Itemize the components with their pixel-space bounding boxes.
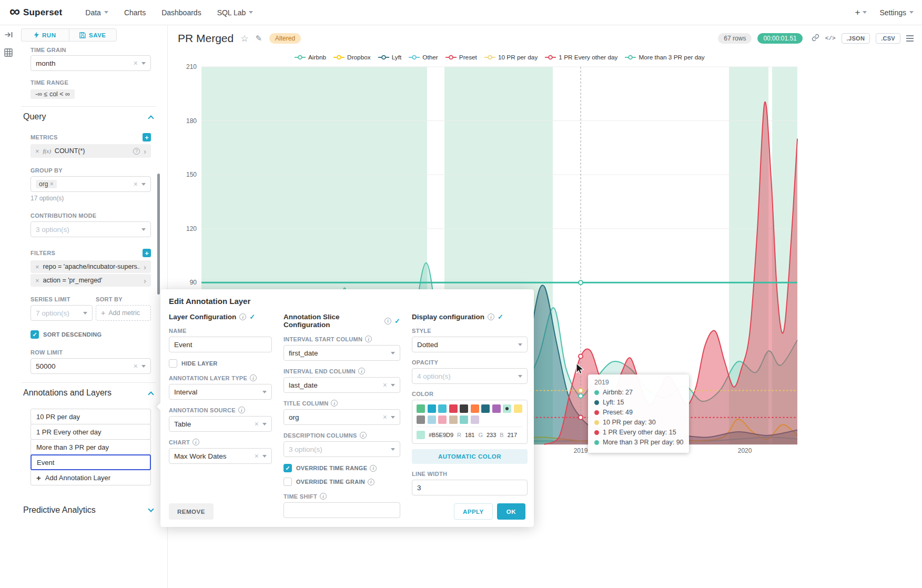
info-icon[interactable]: i [238,407,245,413]
color-swatch[interactable] [449,404,458,413]
info-icon[interactable]: i [488,313,494,320]
series-dot-icon [594,430,599,435]
color-swatch[interactable] [438,404,447,413]
description-columns-select[interactable]: 3 option(s) [283,441,400,457]
checkbox-icon[interactable] [169,359,177,368]
color-swatch[interactable] [492,404,501,413]
chevron-down-icon [863,11,867,14]
legend-item[interactable]: Airbnb [295,54,326,61]
automatic-color-button[interactable]: AUTOMATIC COLOR [412,449,528,464]
color-swatch[interactable] [417,415,425,424]
annotation-layer-type-label: ANNOTATION LAYER TYPE [169,375,247,381]
checkbox-icon[interactable] [283,478,292,486]
export-json-button[interactable]: .JSON [842,33,870,44]
override-time-grain-checkbox[interactable]: OVERRIDE TIME GRAINi [283,478,400,486]
settings-menu[interactable]: Settings [879,8,914,17]
color-swatch[interactable] [428,415,436,424]
nav-item-sql-lab[interactable]: SQL Lab [217,8,254,17]
color-swatch[interactable] [438,415,447,424]
clear-icon[interactable]: × [383,413,387,421]
info-icon[interactable]: i [370,465,377,472]
interval-start-column-select[interactable]: first_date [283,345,400,361]
info-icon[interactable]: i [331,400,338,407]
line-width-input[interactable] [412,480,528,495]
chart-select[interactable]: Max Work Dates × [169,448,272,464]
row-count-badge: 67 rows [718,33,752,44]
color-swatch[interactable] [417,404,425,413]
color-swatch[interactable] [460,415,468,424]
share-link-icon[interactable] [812,34,819,44]
export-csv-button[interactable]: .CSV [876,33,900,44]
checkbox-icon[interactable] [283,464,292,472]
info-icon[interactable]: i [250,374,257,381]
altered-badge[interactable]: Altered [269,33,301,44]
apply-button[interactable]: APPLY [454,503,493,520]
nav-item-data[interactable]: Data [85,8,108,17]
color-swatch[interactable] [514,404,522,413]
color-swatch[interactable] [503,404,511,413]
chevron-down-icon [249,11,253,14]
tooltip-series-row: More than 3 PR per day: 90 [594,438,683,448]
layer-name-input[interactable] [169,337,272,352]
legend-item[interactable]: Lyft [378,54,402,61]
clear-icon[interactable]: × [383,381,387,389]
annotation-slice-configuration-column: Annotation Slice Configuration i ✓ INTER… [283,313,400,518]
color-swatch[interactable] [471,404,479,413]
legend-item[interactable]: 1 PR Every other day [545,54,617,61]
new-item-button[interactable]: + [855,7,867,18]
query-timer-badge: 00:00:01.51 [757,33,802,44]
line-width-label: LINE WIDTH [412,471,447,477]
interval-start-column-label: INTERVAL START COLUMN [283,336,362,342]
opacity-select[interactable]: 4 option(s) [412,368,528,384]
legend-item[interactable]: Preset [445,54,477,61]
interval-end-column-select[interactable]: last_date × [283,377,400,393]
info-icon[interactable]: i [384,318,391,325]
info-icon[interactable]: i [192,439,199,445]
clear-icon[interactable]: × [255,452,259,460]
clear-icon[interactable]: × [255,420,259,428]
hex-value[interactable]: #B5E9D9 [429,432,453,438]
remove-button[interactable]: REMOVE [169,503,214,520]
annotation-layer-type-select[interactable]: Interval [169,384,272,400]
chevron-down-icon [262,423,267,425]
legend-item[interactable]: Other [409,54,438,61]
annotation-source-select[interactable]: Table × [169,416,272,432]
chart-menu-icon[interactable] [906,35,914,42]
y-axis-tick-label: 180 [186,117,197,125]
chevron-down-icon [262,455,267,458]
y-axis-tick-label: 150 [186,171,197,178]
info-icon[interactable]: i [358,368,365,374]
x-axis-tick-label: 2019 [574,447,588,454]
color-swatch[interactable] [449,415,458,424]
navbar-menu: Data Charts Dashboards SQL Lab [85,8,253,17]
g-value[interactable]: 233 [487,432,496,438]
color-swatch[interactable] [428,404,436,413]
nav-item-charts[interactable]: Charts [124,8,146,17]
info-icon[interactable]: i [368,479,374,485]
info-icon[interactable]: i [320,493,327,500]
info-icon[interactable]: i [360,432,367,439]
legend-item[interactable]: 10 PR per day [484,54,538,61]
color-swatch[interactable] [460,404,468,413]
nav-item-dashboards[interactable]: Dashboards [161,8,201,17]
legend-item[interactable]: Dropbox [333,54,371,61]
view-query-icon[interactable]: </> [825,35,836,42]
chart-header: PR Merged ☆ ✎ Altered 67 rows 00:00:01.5… [167,25,922,52]
ok-button[interactable]: OK [497,503,525,520]
style-select[interactable]: Dotted [412,337,528,352]
legend-item[interactable]: More than 3 PR per day [625,54,704,61]
hide-layer-checkbox[interactable]: HIDE LAYER [169,359,272,368]
swatch-row [417,404,523,413]
edit-pencil-icon[interactable]: ✎ [255,34,262,43]
color-swatch[interactable] [471,415,479,424]
legend-marker-icon [295,55,306,60]
color-swatch[interactable] [481,404,490,413]
superset-logo[interactable]: ∞ Superset [9,6,62,19]
info-icon[interactable]: i [239,313,246,320]
r-value[interactable]: 181 [465,432,474,438]
title-column-select[interactable]: org × [283,409,400,425]
favorite-star-icon[interactable]: ☆ [240,33,248,44]
b-value[interactable]: 217 [508,432,517,438]
info-icon[interactable]: i [365,336,372,342]
override-time-range-checkbox[interactable]: OVERRIDE TIME RANGEi [283,464,400,472]
